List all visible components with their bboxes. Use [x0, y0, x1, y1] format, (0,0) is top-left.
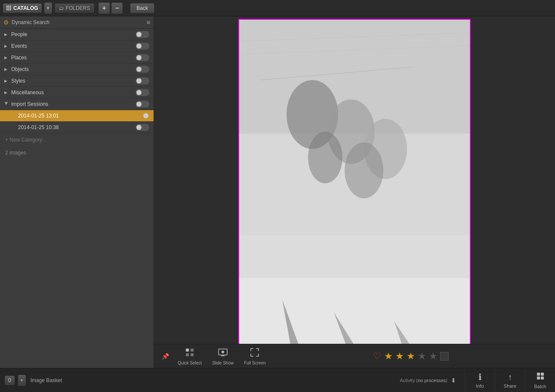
objects-toggle[interactable]: [136, 66, 149, 73]
status-bar: 0 ▾ Image Basket Activity (no processes)…: [0, 368, 555, 392]
svg-rect-25: [541, 373, 544, 376]
quick-select-button[interactable]: Quick Select: [173, 346, 207, 367]
category-people[interactable]: ▶ People: [0, 29, 154, 40]
star-4[interactable]: ★: [418, 351, 426, 362]
folders-tab-label: FOLDERS: [66, 5, 90, 11]
folders-tab[interactable]: 🗂 FOLDERS: [54, 3, 95, 13]
slide-show-button[interactable]: Slide Show: [207, 346, 239, 367]
category-miscellaneous[interactable]: ▶ Miscellaneous: [0, 87, 154, 99]
svg-point-5: [308, 132, 342, 183]
events-toggle[interactable]: [136, 43, 149, 49]
pin-icon[interactable]: 📌: [158, 353, 173, 360]
star-5[interactable]: ★: [429, 351, 438, 362]
svg-rect-17: [191, 349, 194, 352]
category-label: Miscellaneous: [11, 90, 133, 96]
arrow-icon: ▶: [4, 79, 9, 83]
activity-label: Activity (no processes): [400, 378, 447, 383]
slide-show-icon: [218, 347, 228, 359]
svg-rect-24: [537, 373, 540, 376]
category-label: People: [11, 31, 133, 37]
share-icon: ↑: [508, 372, 512, 382]
photo-display: [154, 16, 555, 344]
star-2[interactable]: ★: [395, 351, 404, 362]
main-view: 📌 Quick Select: [154, 16, 555, 368]
styles-toggle[interactable]: [136, 77, 149, 84]
add-remove-buttons: + −: [98, 2, 123, 14]
remove-button[interactable]: −: [111, 2, 123, 14]
places-toggle[interactable]: [136, 54, 149, 61]
svg-rect-18: [186, 353, 189, 356]
import-sessions-toggle[interactable]: [136, 101, 149, 108]
category-label: Places: [11, 55, 133, 61]
category-label: Objects: [11, 66, 133, 72]
photo-container[interactable]: [238, 19, 471, 344]
main-content: ⚙ Dynamic Search ≡ ▶ People ▶ Events ▶ P…: [0, 16, 555, 368]
misc-toggle[interactable]: [136, 89, 149, 96]
full-screen-label: Full Screen: [244, 361, 266, 365]
quick-select-label: Quick Select: [178, 361, 202, 365]
add-button[interactable]: +: [98, 2, 110, 14]
arrow-icon: ▶: [4, 32, 9, 37]
session1-toggle[interactable]: [136, 112, 149, 119]
image-basket-label: Image Basket: [31, 377, 62, 383]
arrow-icon: ▶: [4, 102, 9, 106]
catalog-tab[interactable]: CATALOG: [3, 3, 42, 13]
info-label: Info: [476, 383, 484, 389]
session2-toggle[interactable]: [136, 124, 149, 131]
new-category-button[interactable]: + New Category...: [0, 133, 154, 146]
svg-rect-16: [186, 349, 189, 352]
batch-label: Batch: [534, 384, 546, 389]
category-styles[interactable]: ▶ Styles: [0, 75, 154, 87]
category-events[interactable]: ▶ Events: [0, 40, 154, 52]
share-label: Share: [504, 383, 516, 389]
category-label: Events: [11, 43, 133, 49]
session-item-1[interactable]: 2014-01-25 13:01: [0, 110, 154, 122]
star-1[interactable]: ★: [384, 351, 393, 362]
info-button[interactable]: ℹ Info: [465, 368, 495, 392]
svg-point-21: [222, 351, 224, 353]
category-import-sessions[interactable]: ▶ Import Sessions: [0, 99, 154, 110]
catalog-dropdown[interactable]: ▾: [44, 2, 52, 14]
back-button[interactable]: Back: [130, 3, 154, 13]
image-basket-section: 0 ▾ Image Basket Activity (no processes)…: [0, 368, 465, 392]
menu-icon[interactable]: ≡: [147, 19, 150, 26]
basket-dropdown[interactable]: ▾: [18, 374, 26, 386]
folder-icon: 🗂: [59, 5, 64, 11]
bottom-toolbar: 📌 Quick Select: [154, 344, 555, 368]
photo-svg: [239, 20, 470, 344]
image-count: 2 images: [0, 146, 154, 159]
people-toggle[interactable]: [136, 31, 149, 38]
search-label: Dynamic Search: [12, 19, 144, 25]
dynamic-search-icon: ⚙: [3, 19, 9, 26]
session-label: 2014-01-25 13:01: [18, 113, 133, 119]
arrow-icon: ▶: [4, 44, 9, 48]
batch-button[interactable]: Batch: [525, 368, 555, 392]
arrow-icon: ▶: [4, 90, 9, 95]
category-objects[interactable]: ▶ Objects: [0, 64, 154, 75]
star-3[interactable]: ★: [407, 351, 415, 362]
session-item-2[interactable]: 2014-01-25 10:38: [0, 122, 154, 133]
batch-icon: [536, 372, 545, 383]
right-actions: ℹ Info ↑ Share Batch: [465, 368, 555, 392]
info-icon: ℹ: [478, 372, 482, 382]
slide-show-label: Slide Show: [212, 361, 234, 365]
full-screen-button[interactable]: Full Screen: [239, 346, 271, 367]
category-places[interactable]: ▶ Places: [0, 52, 154, 64]
category-label: Import Sessions: [11, 101, 133, 107]
image-basket-button[interactable]: 0: [4, 375, 15, 386]
heart-icon[interactable]: ♡: [373, 351, 382, 362]
svg-rect-8: [239, 278, 470, 344]
image-area: [154, 16, 555, 344]
arrow-icon: ▶: [4, 67, 9, 71]
svg-rect-26: [537, 377, 540, 380]
svg-point-6: [345, 142, 383, 198]
full-screen-icon: [250, 347, 260, 359]
sidebar: ⚙ Dynamic Search ≡ ▶ People ▶ Events ▶ P…: [0, 16, 154, 368]
share-button[interactable]: ↑ Share: [495, 368, 525, 392]
svg-rect-19: [191, 353, 194, 356]
download-icon[interactable]: ⬇: [451, 377, 456, 384]
catalog-tab-label: CATALOG: [13, 5, 38, 11]
arrow-icon: ▶: [4, 56, 9, 60]
quick-select-icon: [185, 347, 195, 359]
color-swatch[interactable]: [440, 352, 449, 361]
